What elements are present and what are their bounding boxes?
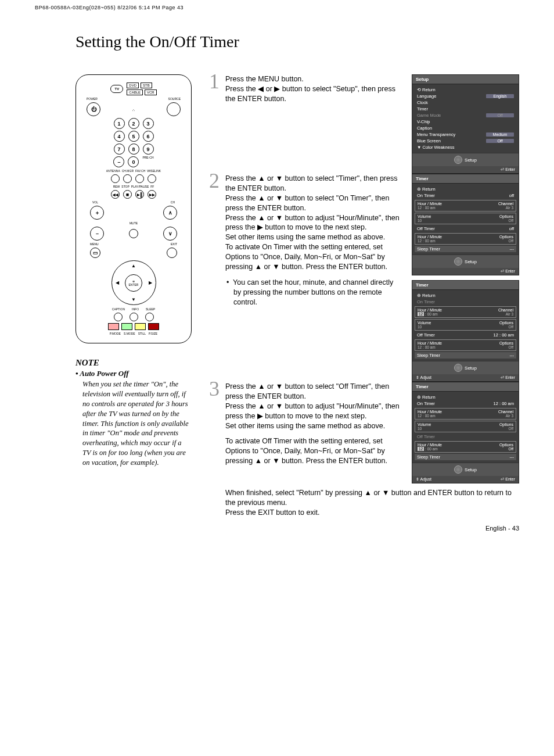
- note-body: When you set the timer "On", the televis…: [75, 379, 192, 468]
- step-3: 3 Press the ▲ or ▼ button to select "Off…: [203, 382, 407, 472]
- step-3-text-b: To activate Off Timer with the setting e…: [225, 436, 402, 466]
- osd-timer-1: Timer ⊕ Return On Timeroff Hour / Minute…: [412, 174, 519, 275]
- step-3-text-a: Press the ▲ or ▼ button to select "Off T…: [225, 382, 402, 431]
- step-1: 1 Press the MENU button. Press the ◀ or …: [203, 74, 407, 110]
- page-number: English - 43: [203, 525, 519, 532]
- note-heading: NOTE: [75, 358, 192, 368]
- finish-text: When finished, select "Return" by pressi…: [203, 488, 519, 518]
- osd-setup: Setup ⟲ Return LanguageEnglish Clock Tim…: [412, 74, 519, 174]
- step-2-text-b: • You can set the hour, minute, and chan…: [225, 278, 402, 307]
- page-title: Setting the On/Off Timer: [75, 33, 519, 51]
- step-1-text: Press the MENU button. Press the ◀ or ▶ …: [225, 74, 402, 104]
- step-2-text-a: Press the ▲ or ▼ button to select "Timer…: [225, 174, 402, 272]
- osd-timer-3: Timer ⊕ Return On Timer12 : 00 am Hour /…: [412, 382, 519, 483]
- note-subtitle: Auto Power Off: [80, 369, 128, 378]
- step-2: 2 Press the ▲ or ▼ button to select "Tim…: [203, 174, 407, 313]
- print-header: BP68-00588A-03Eng(028~055) 8/22/06 5:14 …: [0, 0, 554, 15]
- osd-timer-2: Timer ⊕ Return On Timer Hour / MinuteCha…: [412, 280, 519, 382]
- remote-illustration: TVDVDSTBCABLEVCR POWERSOURCE ⏻∴ 123 456 …: [75, 74, 192, 343]
- note-block: NOTE • Auto Power Off When you set the t…: [75, 358, 192, 468]
